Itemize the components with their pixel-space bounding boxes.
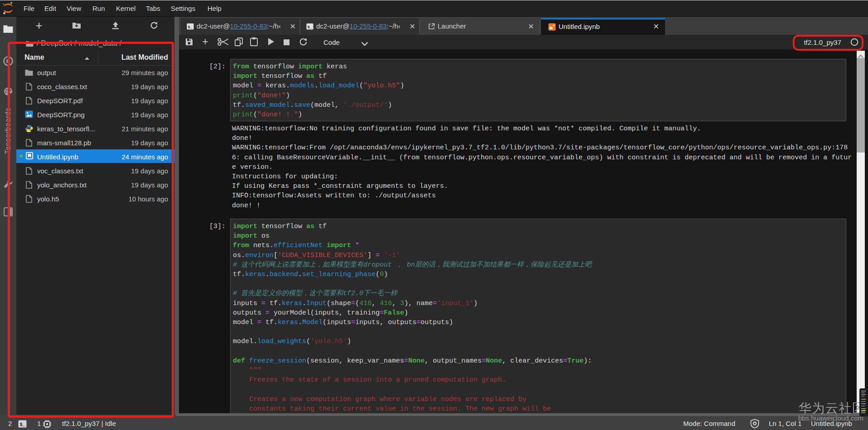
svg-text:$_: $_ [188,25,193,29]
svg-text:$_: $_ [20,422,26,427]
svg-text:$_: $_ [308,25,312,29]
